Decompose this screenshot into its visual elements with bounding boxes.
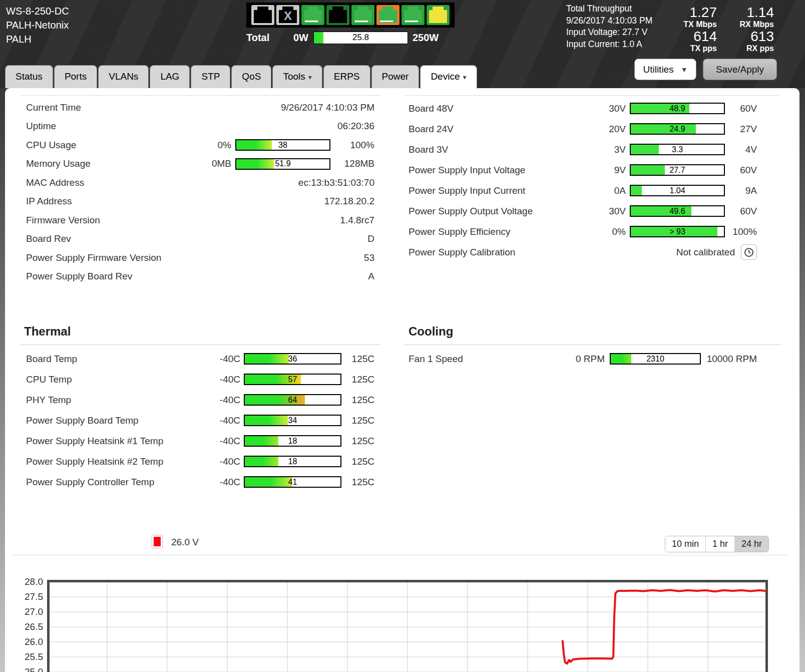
y-tick-label: 25.0	[13, 666, 43, 672]
tab-power[interactable]: Power	[371, 65, 420, 88]
board-48v-bar: 48.9	[630, 103, 725, 114]
y-tick-label: 28.0	[13, 576, 43, 588]
row-phy-temp: PHY Temp -40C 64 125C	[26, 390, 374, 410]
throughput-input-voltage: Input Voltage: 27.7 V	[566, 27, 652, 39]
cooling-underline	[405, 345, 781, 345]
cpu-usage-bar: 38	[235, 139, 330, 151]
throughput-title: Total Throughput	[566, 3, 652, 15]
throughput-timestamp: 9/26/2017 4:10:03 PM	[566, 15, 652, 27]
device-titles: WS-8-250-DC PALH-Netonix PALH	[6, 4, 69, 46]
row-ps-controller-temp: Power Supply Controller Temp -40C 41 125…	[26, 472, 374, 492]
tab-stp[interactable]: STP	[191, 65, 230, 88]
range-24hr-button[interactable]: 24 hr	[734, 536, 768, 552]
calibration-status: Not calibrated	[676, 247, 735, 258]
cooling-section: Fan 1 Speed 0 RPM 2310 10000 RPM	[409, 349, 757, 369]
y-tick-label: 26.5	[13, 621, 43, 633]
ps-board-temp-bar: 34	[244, 415, 341, 426]
port-status-panel: X	[246, 3, 455, 28]
svg-text:X: X	[284, 9, 292, 23]
thermal-heading: Thermal	[24, 324, 71, 339]
graph-divider	[12, 555, 788, 555]
row-cpu-usage: CPU Usage 0% 38 100%	[26, 136, 374, 155]
thermal-underline	[20, 345, 380, 345]
row-ps-input-current: Power Supply Input Current 0A 1.04 9A	[409, 180, 757, 201]
legend-value: 26.0 V	[171, 537, 199, 548]
ps-heatsink1-temp-bar: 18	[244, 435, 341, 447]
save-apply-button[interactable]: Save/Apply	[703, 59, 777, 80]
port-5-icon	[351, 5, 374, 25]
total-power-bar: 25.8	[313, 32, 408, 44]
phy-temp-bar: 64	[244, 394, 341, 406]
row-ps-output-voltage: Power Supply Output Voltage 30V 49.6 60V	[409, 201, 757, 221]
total-power-value: 25.8	[314, 32, 408, 44]
memory-usage-bar: 51.9	[235, 158, 330, 170]
caret-down-icon: ▾	[463, 73, 466, 81]
board-3v-bar: 3.3	[630, 144, 725, 155]
caret-down-icon: ▼	[681, 66, 688, 74]
ps-output-voltage-bar: 49.6	[630, 205, 725, 217]
row-ip-address: IP Address 172.18.20.2	[26, 192, 374, 211]
stat-tx-pps: 614 TX pps	[662, 29, 717, 53]
port-2-icon: X	[276, 5, 299, 25]
utilities-button[interactable]: Utilities ▼	[634, 59, 696, 80]
tab-qos[interactable]: QoS	[231, 65, 271, 88]
time-range-group: 10 min 1 hr 24 hr	[665, 536, 769, 552]
port-3-icon	[301, 5, 324, 25]
tab-vlans[interactable]: VLANs	[98, 65, 149, 88]
throughput-input-current: Input Current: 1.0 A	[566, 39, 652, 51]
device-name: PALH-Netonix	[6, 18, 69, 32]
port-6-icon	[376, 5, 399, 25]
right-column-divider	[405, 95, 781, 96]
tab-status[interactable]: Status	[5, 65, 53, 88]
port-7-icon	[401, 5, 425, 25]
thermal-section: Board Temp -40C 36 125C CPU Temp -40C 57…	[26, 349, 374, 492]
row-ps-heatsink2-temp: Power Supply Heatsink #2 Temp -40C 18 12…	[26, 451, 374, 472]
range-1hr-button[interactable]: 1 hr	[705, 536, 734, 552]
range-10min-button[interactable]: 10 min	[665, 536, 705, 552]
row-board-24v: Board 24V 20V 24.9 27V	[409, 119, 757, 139]
row-memory-usage: Memory Usage 0MB 51.9 128MB	[26, 155, 374, 174]
stat-tx-mbps: 1.27 TX Mbps	[662, 5, 717, 29]
device-status-right: Board 48V 30V 48.9 60V Board 24V 20V 24.…	[409, 98, 757, 262]
device-location: PALH	[6, 32, 69, 46]
row-fan1-speed: Fan 1 Speed 0 RPM 2310 10000 RPM	[409, 349, 757, 369]
cooling-heading: Cooling	[409, 324, 453, 339]
legend-swatch	[152, 535, 163, 548]
row-cpu-temp: CPU Temp -40C 57 125C	[26, 369, 374, 390]
tab-erps[interactable]: ERPS	[323, 65, 370, 88]
device-status-left: Current Time 9/26/2017 4:10:03 PM Uptime…	[26, 98, 374, 286]
row-uptime: Uptime 06:20:36	[26, 117, 374, 136]
left-column-divider	[20, 95, 380, 96]
row-ps-calibration: Power Supply Calibration Not calibrated	[409, 242, 757, 262]
calibration-clock-button[interactable]	[741, 244, 757, 260]
y-tick-label: 26.0	[13, 636, 43, 648]
port-8-icon	[427, 5, 450, 25]
total-power-row: Total 0W 25.8 250W	[246, 31, 457, 45]
row-mac-address: MAC Address ec:13:b3:51:03:70	[26, 173, 374, 192]
row-current-time: Current Time 9/26/2017 4:10:03 PM	[26, 98, 374, 117]
tab-device[interactable]: Device▾	[420, 65, 477, 89]
board-temp-bar: 36	[244, 353, 341, 365]
clock-icon	[744, 247, 754, 257]
tab-bar: StatusPortsVLANsLAGSTPQoSTools▾ERPSPower…	[5, 65, 478, 88]
total-power-max: 250W	[413, 32, 439, 44]
row-board-48v: Board 48V 30V 48.9 60V	[409, 98, 757, 119]
tab-lag[interactable]: LAG	[150, 65, 190, 88]
cpu-temp-bar: 57	[244, 374, 341, 385]
ps-input-voltage-bar: 27.7	[630, 164, 725, 176]
ps-efficiency-bar: > 93	[630, 226, 725, 237]
port-4-icon	[326, 5, 349, 25]
ps-heatsink2-temp-bar: 18	[244, 456, 341, 467]
row-board-3v: Board 3V 3V 3.3 4V	[409, 139, 757, 160]
tab-tools[interactable]: Tools▾	[272, 65, 322, 88]
tab-ports[interactable]: Ports	[54, 65, 97, 88]
row-board-temp: Board Temp -40C 36 125C	[26, 349, 374, 369]
board-24v-bar: 24.9	[630, 123, 725, 135]
total-power-label: Total	[246, 32, 285, 44]
y-tick-label: 27.5	[13, 591, 43, 603]
y-tick-label: 25.5	[13, 651, 43, 663]
stat-rx-pps: 613 RX pps	[719, 29, 774, 53]
caret-down-icon: ▾	[308, 73, 312, 81]
row-ps-board-rev: Power Supply Board Rev A	[26, 267, 374, 286]
row-ps-efficiency: Power Supply Efficiency 0% > 93 100%	[409, 221, 757, 242]
